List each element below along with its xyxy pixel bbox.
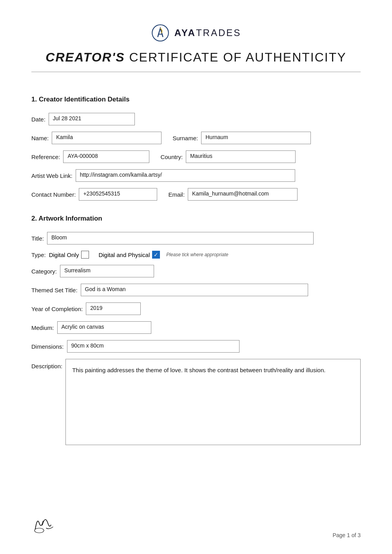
country-label: Country: [160,154,183,160]
artwork-title-row: Title: Bloom [31,232,361,244]
section-artwork-info: 2. Artwork Information Title: Bloom Type… [31,215,361,445]
date-row: Date: Jul 28 2021 [31,113,361,125]
digital-physical-label: Digital and Physical [98,252,150,258]
reference-field[interactable]: AYA-000008 [63,150,149,163]
logo-area: AYATRADES [151,24,241,42]
contact-field[interactable]: +23052545315 [79,188,157,201]
digital-only-checkbox[interactable] [81,251,89,259]
surname-field[interactable]: Hurnaum [201,132,311,144]
description-label: Description: [31,359,62,369]
name-row: Name: Kamila Surname: Hurnaum [31,132,361,144]
type-label: Type: [31,252,46,258]
section2-title: 2. Artwork Information [31,215,361,223]
date-label: Date: [31,116,45,123]
contact-label: Contact Number: [31,191,76,198]
section-creator-details: 1. Creator Identification Details Date: … [31,96,361,201]
contact-row: Contact Number: +23052545315 Email: Kami… [31,188,361,201]
document-title: CREATOR'S CERTIFICATE OF AUTHENTICITY [45,50,346,65]
artwork-title-field[interactable]: Bloom [47,232,314,244]
country-field[interactable]: Mauritius [186,150,296,163]
description-row: Description: This painting addresses the… [31,359,361,445]
category-field[interactable]: Surrealism [60,265,154,277]
surname-label: Surname: [172,135,198,141]
page-footer: Page 1 of 3 [31,513,361,538]
document-header: AYATRADES CREATOR'S CERTIFICATE OF AUTHE… [31,24,361,84]
themedset-label: Themed Set Title: [31,287,78,293]
year-label: Year of Completion: [31,306,83,312]
weblink-row: Artist Web Link: http://instagram.com/ka… [31,169,361,182]
weblink-field[interactable]: http://instagram.com/kamila.artsy/ [76,169,295,182]
reference-row: Reference: AYA-000008 Country: Mauritius [31,150,361,163]
date-field[interactable]: Jul 28 2021 [49,113,135,125]
logo-icon [151,24,170,42]
svg-point-1 [34,528,44,533]
themedset-row: Themed Set Title: God is a Woman [31,284,361,296]
page-number: Page 1 of 3 [332,532,361,538]
dimensions-label: Dimensions: [31,343,64,350]
name-field[interactable]: Kamila [52,132,162,144]
email-field[interactable]: Kamila_hurnaum@hotmail.com [188,188,298,201]
signature [31,513,59,538]
dimensions-row: Dimensions: 90cm x 80cm [31,340,361,353]
email-label: Email: [168,191,185,198]
digital-physical-checkbox[interactable]: ✓ [152,251,160,259]
document-page: AYATRADES CREATOR'S CERTIFICATE OF AUTHE… [0,0,392,554]
themedset-field[interactable]: God is a Woman [81,284,308,296]
year-field[interactable]: 2019 [86,302,141,315]
description-field[interactable]: This painting addresses the theme of lov… [65,359,361,445]
weblink-label: Artist Web Link: [31,172,73,179]
type-row: Type: Digital Only Digital and Physical … [31,251,361,259]
digital-physical-group: Digital and Physical ✓ [98,251,160,259]
digital-only-group: Digital Only [49,251,89,259]
medium-label: Medium: [31,324,54,331]
reference-label: Reference: [31,154,60,160]
tick-note: Please tick where appropriate [166,252,228,257]
year-row: Year of Completion: 2019 [31,302,361,315]
section1-title: 1. Creator Identification Details [31,96,361,103]
artwork-title-label: Title: [31,235,44,242]
medium-row: Medium: Acrylic on canvas [31,321,361,334]
medium-field[interactable]: Acrylic on canvas [57,321,151,334]
logo-text: AYATRADES [174,27,241,38]
name-label: Name: [31,135,49,141]
title-divider [31,72,361,72]
category-row: Category: Surrealism [31,265,361,277]
category-label: Category: [31,268,57,275]
digital-only-label: Digital Only [49,252,79,258]
dimensions-field[interactable]: 90cm x 80cm [67,340,240,353]
